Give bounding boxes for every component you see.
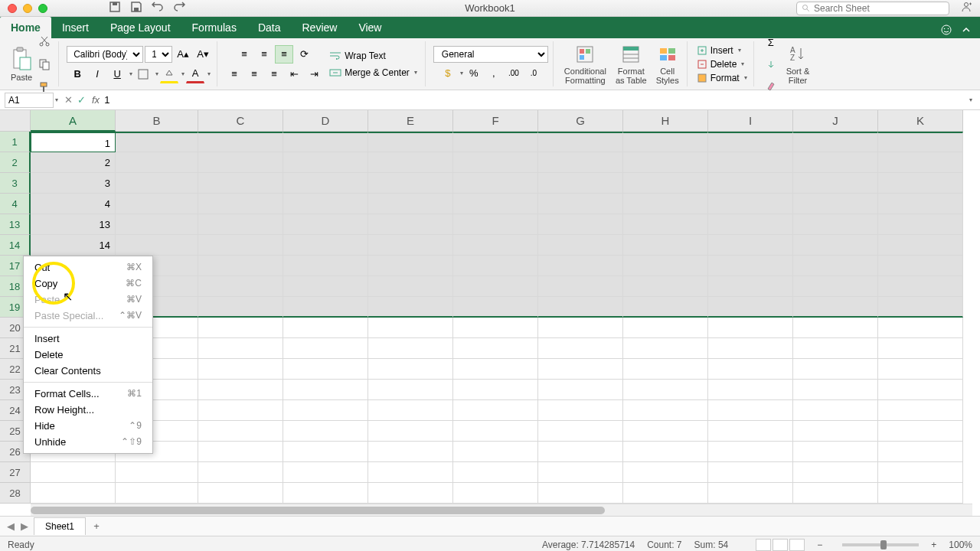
cell[interactable] [198, 442, 283, 462]
cell[interactable] [538, 462, 623, 483]
paste-button[interactable]: Paste [11, 47, 32, 82]
cell[interactable] [453, 400, 538, 421]
share-icon[interactable] [960, 1, 972, 15]
cell[interactable] [116, 132, 198, 152]
cell[interactable] [538, 380, 623, 400]
cell[interactable] [708, 276, 793, 297]
cell[interactable] [878, 483, 963, 504]
align-top-icon[interactable]: ≡ [235, 45, 253, 64]
cell[interactable] [453, 214, 538, 235]
percent-icon[interactable]: % [465, 64, 483, 83]
cell[interactable] [708, 132, 793, 152]
ctx-unhide[interactable]: Unhide⌃⇧9 [24, 434, 152, 450]
cell[interactable] [116, 152, 198, 173]
cell[interactable] [538, 235, 623, 256]
cell[interactable] [368, 152, 453, 173]
cell[interactable] [538, 152, 623, 173]
cell[interactable] [878, 194, 963, 214]
cell[interactable] [198, 297, 283, 318]
cell[interactable] [878, 173, 963, 194]
cell[interactable] [198, 132, 283, 152]
cell[interactable] [116, 462, 198, 483]
increase-indent-icon[interactable]: ⇥ [305, 65, 323, 83]
cell[interactable] [198, 194, 283, 214]
horizontal-scrollbar[interactable] [31, 504, 972, 516]
cell[interactable] [708, 318, 793, 338]
align-center-icon[interactable]: ≡ [245, 65, 263, 83]
cell[interactable] [878, 318, 963, 338]
cell[interactable] [623, 276, 708, 297]
cell[interactable] [453, 318, 538, 338]
cell[interactable] [453, 173, 538, 194]
cell[interactable] [116, 194, 198, 214]
cell[interactable] [708, 297, 793, 318]
zoom-out-icon[interactable]: − [817, 540, 822, 550]
sheet-nav-next-icon[interactable]: ▶ [18, 520, 31, 533]
increase-font-icon[interactable]: A▴ [174, 45, 192, 64]
ctx-hide[interactable]: Hide⌃9 [24, 418, 152, 434]
cell[interactable] [793, 359, 878, 380]
cell[interactable] [538, 421, 623, 442]
cell[interactable] [368, 194, 453, 214]
cell[interactable] [116, 483, 198, 504]
column-header[interactable]: A [31, 110, 116, 132]
row-header[interactable]: 4 [0, 194, 31, 214]
cell[interactable] [368, 235, 453, 256]
column-header[interactable]: K [878, 110, 963, 132]
row-header[interactable]: 13 [0, 214, 31, 235]
autosave-icon[interactable] [109, 1, 121, 15]
cell[interactable] [283, 152, 368, 173]
cell[interactable] [878, 400, 963, 421]
row-header[interactable]: 27 [0, 462, 31, 483]
cell[interactable] [538, 400, 623, 421]
comma-icon[interactable]: , [485, 64, 503, 83]
cell[interactable] [198, 338, 283, 359]
merge-center-button[interactable]: Merge & Center ▾ [326, 66, 420, 80]
cell[interactable] [283, 359, 368, 380]
cell[interactable] [538, 214, 623, 235]
column-header[interactable]: I [708, 110, 793, 132]
cell[interactable] [31, 462, 116, 483]
cell[interactable] [708, 194, 793, 214]
cell[interactable] [453, 297, 538, 318]
zoom-window-icon[interactable] [38, 4, 47, 13]
cell[interactable] [623, 132, 708, 152]
decrease-font-icon[interactable]: A▾ [194, 45, 212, 64]
cut-icon[interactable] [35, 32, 54, 51]
redo-icon[interactable] [173, 1, 185, 15]
cell[interactable] [793, 152, 878, 173]
cell[interactable] [198, 256, 283, 276]
cell[interactable] [283, 318, 368, 338]
cell[interactable] [708, 173, 793, 194]
cell[interactable]: 2 [31, 152, 116, 173]
cell[interactable] [623, 235, 708, 256]
fill-icon[interactable] [762, 55, 780, 73]
cells-area[interactable]: 1234131417 [31, 132, 980, 516]
name-box[interactable] [5, 93, 54, 108]
cell[interactable] [368, 173, 453, 194]
fill-color-icon[interactable] [160, 65, 178, 83]
cell[interactable] [453, 359, 538, 380]
cell[interactable]: 3 [31, 173, 116, 194]
cell[interactable] [708, 235, 793, 256]
cell[interactable] [283, 276, 368, 297]
cell[interactable] [708, 462, 793, 483]
cell[interactable] [453, 194, 538, 214]
save-icon[interactable] [130, 1, 142, 15]
cell[interactable] [368, 421, 453, 442]
cell[interactable] [368, 318, 453, 338]
cell[interactable] [453, 132, 538, 152]
cell[interactable] [878, 462, 963, 483]
row-header[interactable]: 14 [0, 235, 31, 256]
align-bottom-icon[interactable]: ≡ [275, 45, 293, 64]
cell[interactable] [878, 256, 963, 276]
align-middle-icon[interactable]: ≡ [255, 45, 273, 64]
cell[interactable] [198, 462, 283, 483]
close-window-icon[interactable] [8, 4, 17, 13]
cell[interactable] [708, 421, 793, 442]
cell[interactable] [283, 400, 368, 421]
cell[interactable] [538, 318, 623, 338]
cell[interactable] [878, 276, 963, 297]
ctx-insert[interactable]: Insert [24, 331, 152, 347]
cell[interactable] [623, 152, 708, 173]
